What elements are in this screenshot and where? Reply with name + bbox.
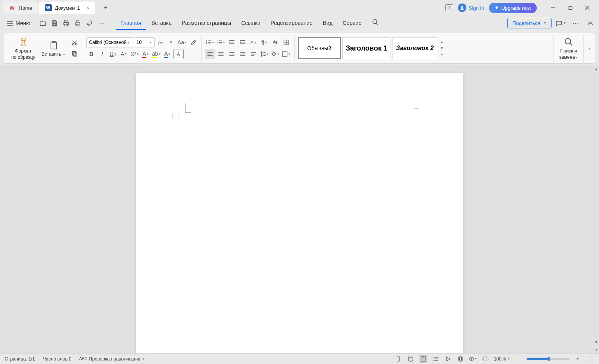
underline-button[interactable]: U▼ — [108, 49, 118, 59]
tab-review[interactable]: Рецензирование — [266, 17, 317, 30]
spellcheck-status[interactable]: ABC Проверка правописания ▸ — [79, 356, 145, 362]
align-right-button[interactable] — [227, 49, 237, 59]
asian-layout-button[interactable] — [281, 37, 291, 47]
fullscreen-button[interactable] — [586, 355, 594, 363]
vertical-scrollbar[interactable]: ▲ ▼ ▾ — [594, 65, 599, 353]
zoom-level[interactable]: 100% ▼ — [494, 356, 510, 362]
svg-point-27 — [206, 40, 207, 42]
close-window-button[interactable] — [579, 2, 596, 14]
font-family-select[interactable]: Calibri (Основной▼ — [86, 37, 133, 47]
numbering-button[interactable]: 123▼ — [216, 37, 226, 47]
view-phone-button[interactable] — [394, 355, 403, 363]
format-painter-button[interactable]: Формат по образцу — [9, 35, 38, 62]
tab-tools[interactable]: Сервис — [338, 17, 366, 30]
word-count[interactable]: Число слов:0 — [43, 356, 72, 362]
italic-button[interactable]: I — [97, 49, 107, 59]
increase-font-button[interactable]: A+ — [156, 37, 166, 47]
cut-button[interactable] — [70, 38, 80, 48]
paste-button[interactable]: Вставить ▼ — [39, 38, 68, 58]
collapse-ribbon-button[interactable] — [585, 18, 596, 29]
tab-layout[interactable]: Разметка страницы — [177, 17, 236, 30]
increase-indent-button[interactable] — [238, 37, 248, 47]
open-file-button[interactable] — [37, 18, 48, 29]
upgrade-button[interactable]: Upgrade now — [489, 3, 537, 13]
print-preview-button[interactable] — [61, 18, 72, 29]
save-button[interactable] — [49, 18, 60, 29]
menu-button[interactable]: Меню — [3, 19, 34, 28]
page-1[interactable]: ⋮⋮ — [136, 73, 463, 353]
comments-button[interactable]: ▼ — [555, 18, 566, 29]
tab-insert[interactable]: Вставка — [147, 17, 176, 30]
borders-button[interactable]: ▼ — [281, 49, 291, 59]
zoom-slider[interactable] — [527, 358, 569, 360]
decrease-indent-button[interactable] — [227, 37, 237, 47]
clear-formatting-button[interactable] — [188, 37, 198, 47]
zoom-out-button[interactable]: − — [514, 355, 523, 363]
scroll-up-button[interactable]: ▲ — [593, 65, 599, 73]
print-button[interactable] — [72, 18, 83, 29]
view-web-button[interactable] — [444, 355, 452, 363]
close-tab-icon[interactable]: × — [86, 5, 89, 11]
bullets-button[interactable]: ▼ — [205, 37, 215, 47]
line-spacing-button[interactable]: ▼ — [259, 49, 270, 59]
align-center-button[interactable] — [216, 49, 226, 59]
minimize-button[interactable] — [545, 2, 562, 14]
font-color-button[interactable]: A▼ — [141, 49, 151, 59]
language-button[interactable] — [456, 355, 465, 363]
paragraph-drag-handle[interactable]: ⋮⋮ — [170, 114, 181, 119]
more-qat-button[interactable]: ⋯ — [96, 18, 107, 29]
fit-page-button[interactable] — [481, 355, 490, 363]
scroll-page-down-button[interactable]: ▾ — [594, 346, 599, 353]
strikethrough-button[interactable]: A▼ — [119, 49, 129, 59]
style-heading2[interactable]: Заголовок 2 — [392, 37, 437, 59]
decrease-font-button[interactable]: A- — [166, 37, 177, 47]
ribbon-overflow-button[interactable]: › — [585, 35, 593, 62]
share-button[interactable]: Поделиться ▼ — [507, 18, 552, 28]
more-options-button[interactable]: ⋯ — [570, 18, 581, 29]
show-formatting-button[interactable]: ¶▼ — [259, 37, 270, 47]
text-effects-button[interactable]: A▼ — [249, 37, 259, 47]
scroll-down-button[interactable]: ▼ — [593, 338, 599, 346]
zoom-thumb[interactable] — [548, 357, 550, 361]
find-replace-button[interactable]: Поиск и замена▼ — [557, 35, 580, 62]
svg-rect-55 — [229, 52, 234, 52]
upgrade-label: Upgrade now — [501, 5, 531, 11]
document-canvas[interactable]: ⋮⋮ ▲ ▼ ▾ — [0, 65, 599, 353]
style-heading1[interactable]: Заголовок 1 — [342, 37, 391, 59]
eye-button[interactable]: ▼ — [469, 355, 477, 363]
align-left-button[interactable] — [205, 49, 215, 59]
page-indicator[interactable]: Страница: 1/1 — [5, 356, 35, 362]
view-read-button[interactable] — [406, 355, 415, 363]
align-justify-button[interactable] — [238, 49, 248, 59]
zoom-in-button[interactable]: + — [573, 355, 582, 363]
view-print-layout-button[interactable] — [419, 355, 427, 363]
view-outline-button[interactable] — [431, 355, 440, 363]
distribute-button[interactable] — [249, 49, 259, 59]
text-direction-button[interactable]: A — [270, 37, 280, 47]
signin-button[interactable]: Sign in — [458, 4, 484, 12]
tab-home-ribbon[interactable]: Главная — [116, 17, 146, 30]
highlight-button[interactable]: ab▼ — [152, 49, 162, 59]
svg-rect-72 — [435, 357, 438, 357]
styles-expand[interactable]: ▾ — [439, 52, 445, 57]
shading-button[interactable]: ▼ — [270, 49, 280, 59]
new-tab-button[interactable]: + — [100, 2, 112, 14]
search-ribbon-button[interactable] — [370, 17, 381, 28]
styles-scroll-up[interactable]: ▲ — [439, 39, 445, 45]
change-case-button[interactable]: Aa▼ — [177, 37, 187, 47]
maximize-button[interactable] — [562, 2, 579, 14]
style-normal[interactable]: Обычный — [298, 37, 341, 59]
tab-home[interactable]: W Home — [3, 2, 38, 14]
superscript-button[interactable]: X²▼ — [130, 49, 140, 59]
character-border-button[interactable]: A — [173, 49, 184, 59]
styles-scroll-down[interactable]: ▼ — [439, 46, 445, 51]
text-highlight-button[interactable]: A▼ — [163, 49, 173, 59]
tab-document1[interactable]: W Документ1 × — [39, 2, 95, 14]
notification-badge[interactable]: 1 — [445, 4, 453, 11]
copy-button[interactable] — [70, 49, 80, 59]
undo-button[interactable] — [84, 18, 95, 29]
font-size-select[interactable]: 10▼ — [134, 37, 155, 47]
tab-links[interactable]: Ссылки — [236, 17, 265, 30]
tab-view[interactable]: Вид — [318, 17, 337, 30]
bold-button[interactable]: B — [86, 49, 96, 59]
